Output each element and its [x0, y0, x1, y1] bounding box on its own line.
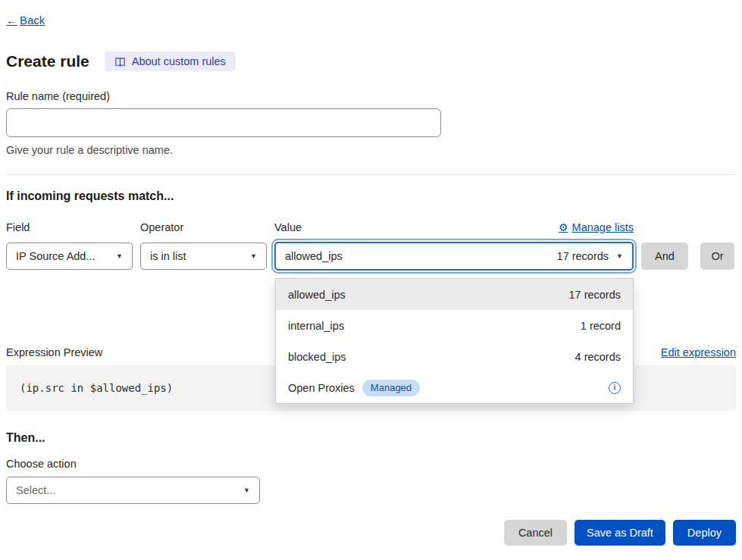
value-options-dropdown: allowed_ips 17 records internal_ips 1 re… [275, 278, 634, 404]
list-item[interactable]: blocked_ips 4 records [276, 341, 633, 372]
match-heading: If incoming requests match... [6, 189, 736, 204]
value-column-label-row: Value ⚙Manage lists [274, 221, 634, 234]
field-select-value: IP Source Add... [16, 250, 95, 262]
chevron-down-icon: ▼ [250, 252, 257, 260]
book-icon [114, 56, 126, 67]
match-column-labels: Field Operator Value ⚙Manage lists [6, 221, 736, 234]
title-row: Create rule About custom rules [6, 52, 736, 71]
list-item[interactable]: internal_ips 1 record [276, 310, 633, 341]
manage-lists-link[interactable]: ⚙Manage lists [559, 221, 634, 234]
list-option-records: 4 records [575, 351, 621, 363]
list-option-name: internal_ips [288, 320, 344, 332]
about-custom-rules-link[interactable]: About custom rules [105, 52, 236, 71]
deploy-button[interactable]: Deploy [673, 520, 736, 546]
operator-select[interactable]: is in list ▼ [140, 242, 267, 270]
chevron-down-icon: ▼ [116, 252, 123, 260]
list-item[interactable]: allowed_ips 17 records [276, 279, 633, 310]
edit-expression-link[interactable]: Edit expression [661, 346, 736, 359]
then-heading: Then... [6, 430, 736, 446]
match-builder: Field Operator Value ⚙Manage lists IP So… [6, 221, 736, 271]
operator-column-label: Operator [140, 221, 274, 234]
about-custom-rules-label: About custom rules [132, 55, 226, 67]
operator-select-value: is in list [150, 250, 186, 262]
rule-name-helper: Give your rule a descriptive name. [6, 143, 736, 157]
info-icon[interactable]: i [609, 382, 621, 394]
expression-preview-label: Expression Preview [6, 346, 102, 359]
back-link-label: Back [20, 14, 45, 27]
field-select[interactable]: IP Source Add... ▼ [6, 242, 133, 270]
list-option-name: blocked_ips [288, 351, 346, 363]
managed-badge: Managed [362, 380, 420, 396]
manage-lists-label: Manage lists [572, 221, 634, 234]
or-button[interactable]: Or [700, 242, 734, 270]
footer-actions: Cancel Save as Draft Deploy [6, 520, 736, 546]
chevron-down-icon: ▼ [243, 486, 250, 494]
list-option-name: allowed_ips [288, 289, 346, 301]
list-option-records: 1 record [581, 320, 621, 332]
back-arrow-icon: ← [6, 14, 17, 27]
action-select-value: Select... [16, 484, 55, 496]
list-option-name: Open Proxies [288, 382, 355, 394]
field-column-label: Field [6, 221, 140, 234]
back-link[interactable]: ←Back [6, 14, 45, 27]
rule-name-input[interactable] [6, 108, 441, 137]
value-combobox-records: 17 records [557, 250, 609, 262]
chevron-down-icon: ▼ [616, 252, 623, 260]
rule-name-label: Rule name (required) [6, 89, 736, 103]
choose-action-label: Choose action [6, 457, 736, 471]
expression-code: (ip.src in $allowed_ips) [20, 382, 173, 394]
and-button[interactable]: And [641, 242, 688, 270]
match-controls-row: IP Source Add... ▼ is in list ▼ allowed_… [6, 242, 736, 271]
gear-icon: ⚙ [559, 221, 568, 234]
page-title: Create rule [6, 52, 89, 71]
value-column-label: Value [274, 221, 302, 234]
cancel-button[interactable]: Cancel [504, 520, 567, 546]
action-select[interactable]: Select... ▼ [6, 477, 260, 504]
list-item[interactable]: Open Proxies Managed i [276, 372, 633, 403]
value-combobox-value: allowed_ips [285, 250, 343, 262]
list-option-records: 17 records [568, 289, 621, 301]
value-combobox[interactable]: allowed_ips 17 records ▼ [274, 242, 634, 271]
section-divider [6, 174, 736, 175]
save-as-draft-button[interactable]: Save as Draft [575, 520, 665, 546]
create-rule-page: ←Back Create rule About custom rules Rul… [0, 0, 742, 546]
